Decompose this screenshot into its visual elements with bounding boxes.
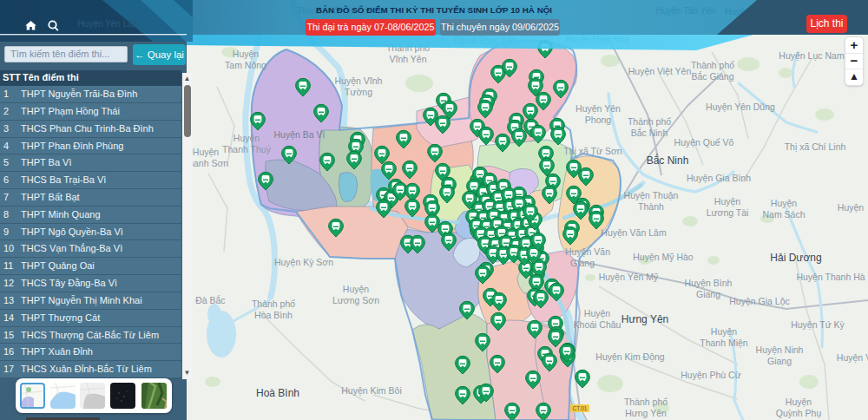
svg-text:Giang: Giang [570,258,595,268]
svg-text:BẢN ĐỒ SỐ ĐIỂM THI KỲ THI TUYỂ: BẢN ĐỒ SỐ ĐIỂM THI KỲ THI TUYỂN SINH LỚP… [316,5,552,15]
svg-text:Giang: Giang [767,356,792,366]
svg-text:Huyện: Huyện [584,308,611,318]
svg-text:Huyện Bình: Huyện Bình [685,278,733,288]
svg-text:Thành phố: Thành phố [691,60,734,70]
svg-text:Huyện Mỹ Hào: Huyện Mỹ Hào [633,252,694,262]
svg-text:Huyện Gia Lộc: Huyện Gia Lộc [729,296,789,306]
svg-text:n Đà Bắc: n Đà Bắc [187,295,225,305]
svg-text:Huyện Văn Lâm: Huyện Văn Lâm [601,227,667,238]
svg-text:Huyện: Huyện [771,198,798,208]
svg-text:CT.01: CT.01 [573,405,588,411]
svg-text:Huyện Gia Bình: Huyện Gia Bình [687,173,751,183]
svg-text:Hải Dương: Hải Dương [770,252,821,264]
svg-text:Huyện Phù Cừ: Huyện Phù Cừ [681,370,740,380]
svg-text:Tam Nông: Tam Nông [225,60,266,70]
svg-text:Huyện: Huyện [193,147,220,157]
svg-text:Huyện Kim Bôi: Huyện Kim Bôi [341,385,401,396]
svg-text:Thị xã Từ Sơn: Thị xã Từ Sơn [563,146,622,156]
svg-text:Huyện Thanh Hà: Huyện Thanh Hà [796,272,865,282]
svg-text:Thành: Thành [638,201,664,212]
svg-text:Huyện: Huyện [711,326,738,337]
svg-text:Huyện: Huyện [233,133,260,143]
svg-text:Huyện V: Huyện V [837,352,868,363]
svg-text:Hoà Bình: Hoà Bình [256,387,299,399]
svg-text:Huyện Yên: Huyện Yên [575,103,621,114]
svg-text:Hưng Yên: Hưng Yên [625,408,667,418]
svg-text:Huyện: Huyện [343,284,370,294]
svg-text:Thành phố: Thành phố [628,116,671,127]
svg-text:Huyện: Huyện [786,397,812,407]
svg-text:Bắc Ninh: Bắc Ninh [647,154,689,167]
svg-text:Bắc Giang: Bắc Giang [691,71,733,82]
svg-text:Huyện Yên Mỹ: Huyện Yên Mỹ [599,272,659,282]
svg-text:Huyện: Huyện [714,196,741,207]
svg-text:Huyện Văn: Huyện Văn [565,246,610,257]
svg-text:Giang: Giang [696,289,720,299]
svg-text:Huyện Việt Yên: Huyện Việt Yên [628,66,692,76]
svg-text:Huyện Tứ Kỳ: Huyện Tứ Kỳ [791,319,845,330]
svg-text:Bắc Ninh: Bắc Ninh [631,128,668,138]
svg-text:Thị xã Chí Linh: Thị xã Chí Linh [785,141,846,152]
svg-text:Lương Sơn: Lương Sơn [332,295,379,305]
svg-text:Huyện Yên Lập: Huyện Yên Lập [78,19,138,29]
svg-text:Khoái Châu: Khoái Châu [574,319,621,330]
svg-text:Huyện: Huyện [838,202,865,213]
svg-text:Hòa Bình: Hòa Bình [254,310,293,320]
svg-text:Lương Tài: Lương Tài [707,207,749,218]
svg-text:Huyện Ninh: Huyện Ninh [756,345,804,355]
svg-text:Phong: Phong [585,115,612,125]
svg-text:Huyện Kim Động: Huyện Kim Động [595,351,665,362]
svg-text:Huyện Yên Dũng: Huyện Yên Dũng [706,102,775,112]
svg-text:Hưng Yên: Hưng Yên [621,313,669,325]
svg-text:Thanh Thuỷ: Thanh Thuỷ [222,144,272,154]
svg-text:Huyện Quế Võ: Huyện Quế Võ [674,137,734,148]
svg-text:Tường: Tường [345,87,372,97]
svg-text:Huyện Thuận: Huyện Thuận [624,190,679,200]
svg-text:Vĩnh Yên: Vĩnh Yên [389,54,426,64]
svg-text:Huyện Vĩnh: Huyện Vĩnh [335,75,383,86]
svg-text:Huyện Kỳ Sơn: Huyện Kỳ Sơn [274,257,333,267]
svg-text:Thanh Miện: Thanh Miện [700,338,748,348]
svg-text:Thành phố: Thành phố [624,397,667,407]
svg-text:Nam Sách: Nam Sách [762,209,805,220]
svg-text:Quỳnh Phụ: Quỳnh Phụ [776,408,822,418]
svg-text:Thành phố: Thành phố [252,299,295,309]
svg-text:Huyện Ba Vì: Huyện Ba Vì [274,129,326,140]
